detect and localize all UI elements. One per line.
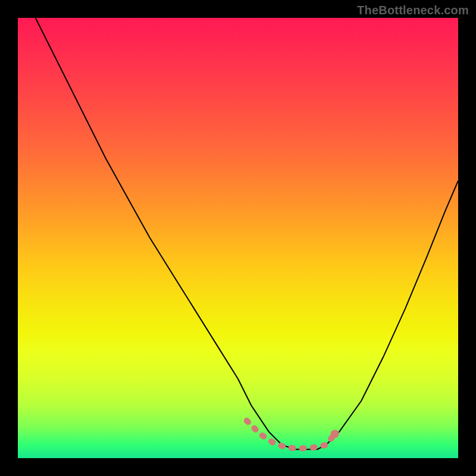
plot-area — [18, 18, 458, 458]
curve-line — [36, 18, 458, 449]
watermark-text: TheBottleneck.com — [357, 4, 469, 17]
chart-svg — [18, 18, 458, 458]
chart-frame: TheBottleneck.com — [0, 0, 476, 476]
dotted-band — [247, 421, 335, 449]
end-dot — [331, 430, 339, 438]
